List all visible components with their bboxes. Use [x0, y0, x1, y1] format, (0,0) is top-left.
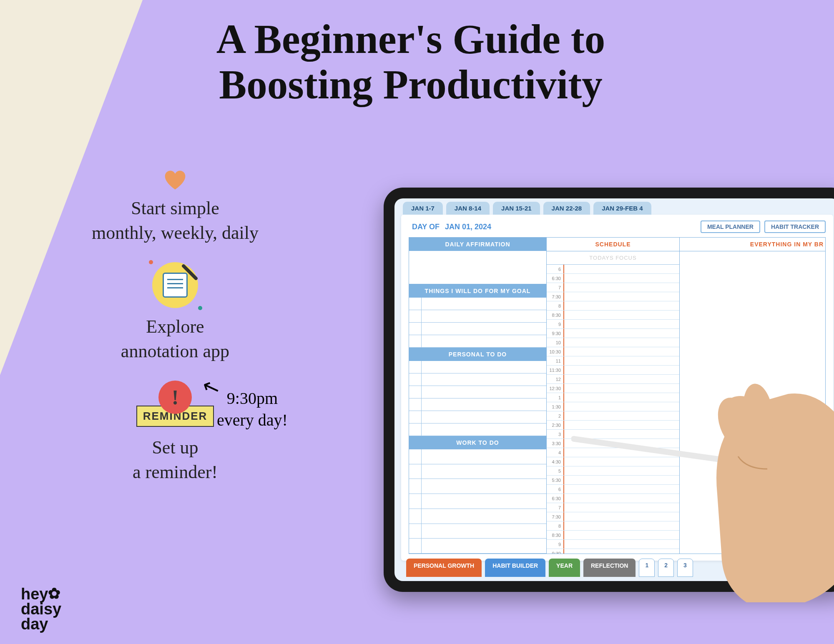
time-label: 9 — [547, 540, 564, 549]
time-label: 6 — [547, 485, 564, 494]
schedule-row[interactable]: 9:30 — [547, 329, 679, 338]
time-label: 10:30 — [547, 347, 564, 356]
time-label: 6 — [547, 265, 564, 273]
time-label: 2 — [547, 411, 564, 420]
list-item[interactable] — [409, 361, 546, 373]
schedule-row[interactable]: 2:30 — [547, 421, 679, 430]
schedule-row[interactable]: 1 — [547, 393, 679, 402]
list-item[interactable] — [409, 449, 546, 464]
time-label: 9:30 — [547, 549, 564, 554]
list-item[interactable] — [409, 310, 546, 323]
day-tab[interactable]: 3 — [677, 559, 693, 577]
year-tab[interactable]: YEAR — [549, 559, 580, 577]
day-tab[interactable]: 1 — [639, 559, 655, 577]
title-line-2: Boosting Productivity — [219, 62, 602, 107]
week-tab[interactable]: JAN 29-FEB 4 — [593, 202, 651, 215]
list-item[interactable] — [409, 539, 546, 554]
sheet-header: DAY OF JAN 01, 2024 MEAL PLANNER HABIT T… — [409, 221, 826, 233]
tips-column: Start simple monthly, weekly, daily Expl… — [33, 167, 317, 501]
schedule-row[interactable]: 9:30 — [547, 549, 679, 554]
time-label: 8 — [547, 521, 564, 530]
time-label: 11 — [547, 356, 564, 365]
habit-builder-tab[interactable]: HABIT BUILDER — [485, 559, 545, 577]
time-label: 7:30 — [547, 292, 564, 301]
list-item[interactable] — [409, 524, 546, 539]
schedule-row[interactable]: 12:30 — [547, 384, 679, 393]
schedule-row[interactable]: 11:30 — [547, 366, 679, 375]
list-item[interactable] — [409, 373, 546, 386]
day-tab[interactable]: 2 — [658, 559, 674, 577]
schedule-row[interactable]: 6 — [547, 485, 679, 494]
reflection-tab[interactable]: REFLECTION — [583, 559, 636, 577]
schedule-row[interactable]: 11 — [547, 356, 679, 366]
list-item[interactable] — [409, 398, 546, 411]
schedule-row[interactable]: 7 — [547, 283, 679, 292]
focus-label: TODAYS FOCUS — [547, 251, 679, 265]
title-line-1: A Beginner's Guide to — [216, 16, 605, 62]
list-item[interactable] — [409, 479, 546, 494]
time-note-line-2: every day! — [217, 411, 288, 429]
schedule-row[interactable]: 6:30 — [547, 494, 679, 503]
affirmation-area[interactable] — [409, 251, 546, 284]
tip-3-line-2: a reminder! — [133, 462, 218, 482]
personal-growth-tab[interactable]: PERSONAL GROWTH — [406, 559, 482, 577]
schedule-row[interactable]: 8:30 — [547, 311, 679, 320]
week-tab[interactable]: JAN 15-21 — [493, 202, 540, 215]
week-tab[interactable]: JAN 8-14 — [446, 202, 490, 215]
list-item[interactable] — [409, 335, 546, 348]
tip-1: Start simple monthly, weekly, daily — [33, 196, 317, 246]
list-item[interactable] — [409, 411, 546, 423]
list-item[interactable] — [409, 323, 546, 335]
schedule-row[interactable]: 12 — [547, 375, 679, 384]
day-of-label: DAY OF JAN 01, 2024 — [409, 223, 491, 231]
schedule-row[interactable]: 3 — [547, 430, 679, 439]
brain-area[interactable]: CTION — [680, 251, 825, 554]
schedule-row[interactable]: 2 — [547, 411, 679, 421]
flower-icon: ✿ — [48, 586, 60, 601]
time-label: 7:30 — [547, 512, 564, 521]
reflection-label: CTION — [680, 485, 825, 496]
meal-planner-button[interactable]: MEAL PLANNER — [701, 221, 760, 233]
week-tab[interactable]: JAN 22-28 — [543, 202, 590, 215]
schedule-row[interactable]: 10:30 — [547, 347, 679, 356]
goals-list[interactable] — [409, 298, 546, 348]
schedule-row[interactable]: 9 — [547, 320, 679, 329]
week-tab[interactable]: JAN 1-7 — [403, 202, 443, 215]
time-label: 4 — [547, 448, 564, 457]
time-label: 5 — [547, 466, 564, 475]
list-item[interactable] — [409, 298, 546, 310]
schedule-row[interactable]: 7 — [547, 503, 679, 512]
time-label: 4:30 — [547, 457, 564, 466]
habit-tracker-button[interactable]: HABIT TRACKER — [764, 221, 826, 233]
schedule-row[interactable]: 10 — [547, 338, 679, 347]
time-label: 6:30 — [547, 494, 564, 503]
schedule-row[interactable]: 5:30 — [547, 476, 679, 485]
schedule-row[interactable]: 4:30 — [547, 457, 679, 466]
list-item[interactable] — [409, 509, 546, 524]
list-item[interactable] — [409, 386, 546, 398]
list-item[interactable] — [409, 464, 546, 479]
schedule-row[interactable]: 7:30 — [547, 512, 679, 521]
personal-list[interactable] — [409, 361, 546, 436]
time-label: 1 — [547, 393, 564, 402]
schedule-row[interactable]: 4 — [547, 448, 679, 457]
schedule-row[interactable]: 7:30 — [547, 292, 679, 301]
bottom-tabs: PERSONAL GROWTH HABIT BUILDER YEAR REFLE… — [406, 559, 693, 577]
list-item[interactable] — [409, 494, 546, 509]
schedule-row[interactable]: 3:30 — [547, 439, 679, 448]
time-label: 3 — [547, 430, 564, 439]
schedule-row[interactable]: 5 — [547, 466, 679, 476]
time-label: 5:30 — [547, 476, 564, 484]
schedule-row[interactable]: 8 — [547, 521, 679, 531]
list-item[interactable] — [409, 423, 546, 436]
schedule-grid[interactable]: 66:3077:3088:3099:301010:301111:301212:3… — [547, 265, 679, 554]
schedule-row[interactable]: 8 — [547, 301, 679, 311]
schedule-row[interactable]: 6:30 — [547, 274, 679, 283]
schedule-row[interactable]: 9 — [547, 540, 679, 549]
schedule-row[interactable]: 6 — [547, 265, 679, 274]
schedule-row[interactable]: 8:30 — [547, 531, 679, 540]
schedule-row[interactable]: 1:30 — [547, 402, 679, 411]
time-label: 9:30 — [547, 329, 564, 338]
work-list[interactable] — [409, 449, 546, 554]
day-of-date: JAN 01, 2024 — [445, 223, 491, 231]
